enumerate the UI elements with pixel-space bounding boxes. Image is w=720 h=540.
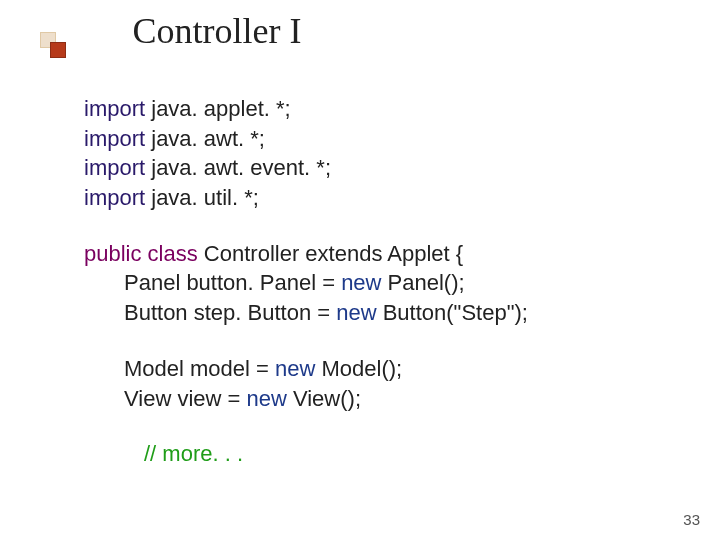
import-path: java. awt. *;: [145, 126, 265, 151]
keyword-new: new: [275, 356, 315, 381]
keyword-new: new: [336, 300, 376, 325]
blank-line: [84, 328, 660, 354]
slide-title: Controller I: [132, 10, 301, 52]
ctor-call: View();: [287, 386, 361, 411]
keyword-import: import: [84, 126, 145, 151]
class-name: Controller: [198, 241, 306, 266]
slide: Controller I import java. applet. *; imp…: [0, 0, 720, 540]
keyword-class: class: [148, 241, 198, 266]
field-decl: Button step. Button =: [124, 300, 336, 325]
keyword-public: public: [84, 241, 141, 266]
blank-line: [84, 413, 660, 439]
blank-line: [84, 213, 660, 239]
keyword-extends: extends: [305, 241, 382, 266]
ctor-call: Model();: [315, 356, 402, 381]
local-line: Model model = new Model();: [84, 354, 660, 384]
square-red-icon: [50, 42, 66, 58]
keyword-new: new: [341, 270, 381, 295]
local-line: View view = new View();: [84, 384, 660, 414]
import-path: java. applet. *;: [145, 96, 291, 121]
superclass-name: Applet {: [382, 241, 463, 266]
keyword-new: new: [246, 386, 286, 411]
title-decoration: [40, 16, 70, 46]
import-line: import java. awt. *;: [84, 124, 660, 154]
import-line: import java. awt. event. *;: [84, 153, 660, 183]
slide-title-area: Controller I: [40, 10, 680, 52]
ctor-call: Button("Step");: [377, 300, 528, 325]
import-line: import java. util. *;: [84, 183, 660, 213]
keyword-import: import: [84, 185, 145, 210]
code-block: import java. applet. *; import java. awt…: [84, 94, 660, 469]
keyword-import: import: [84, 155, 145, 180]
class-decl-line: public class Controller extends Applet {: [84, 239, 660, 269]
ctor-call: Panel();: [381, 270, 464, 295]
keyword-import: import: [84, 96, 145, 121]
field-line: Button step. Button = new Button("Step")…: [84, 298, 660, 328]
import-line: import java. applet. *;: [84, 94, 660, 124]
local-decl: View view =: [124, 386, 246, 411]
import-path: java. awt. event. *;: [145, 155, 331, 180]
code-comment: // more. . .: [144, 441, 243, 466]
field-decl: Panel button. Panel =: [124, 270, 341, 295]
page-number: 33: [683, 511, 700, 528]
field-line: Panel button. Panel = new Panel();: [84, 268, 660, 298]
local-decl: Model model =: [124, 356, 275, 381]
import-path: java. util. *;: [145, 185, 259, 210]
comment-line: // more. . .: [84, 439, 660, 469]
